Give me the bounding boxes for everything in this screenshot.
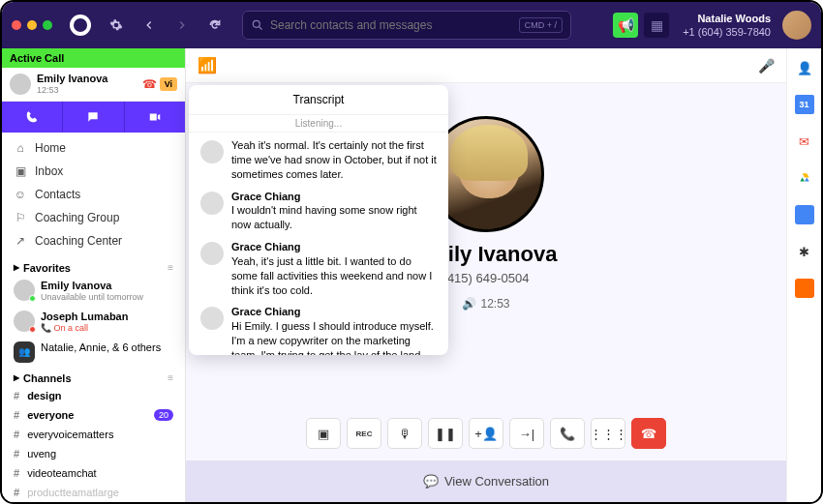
nav-label: Home: [35, 141, 66, 155]
record-button[interactable]: REC: [347, 418, 381, 449]
maximize-window[interactable]: [43, 20, 52, 30]
app-window: CMD + / 📢 ▦ Natalie Woods +1 (604) 359-7…: [0, 0, 823, 504]
main-panel: 📶 🎤 Emily Ivanova (415) 649-0504 🔊12:53 …: [186, 48, 786, 502]
share-screen-button[interactable]: ▣: [306, 418, 341, 449]
speaker-avatar: [200, 242, 224, 265]
hangup-mini-icon[interactable]: ☎: [142, 77, 157, 91]
channel-name: uveng: [27, 448, 56, 460]
contact-phone: (415) 649-0504: [443, 271, 530, 285]
message-text: Hi Emily. I guess I should introduce mys…: [231, 320, 434, 355]
signal-icon[interactable]: 📶: [198, 56, 217, 74]
nav: ⌂Home ▣Inbox ☺Contacts ⚐Coaching Group ↗…: [2, 133, 185, 256]
fav-name: Joseph Lumaban: [41, 311, 128, 323]
hash-icon: #: [14, 409, 19, 421]
speaker-avatar: [200, 192, 224, 215]
channel-name: everyone: [27, 409, 74, 421]
speaker-name: Grace Chiang: [231, 305, 437, 319]
channel-design[interactable]: #design: [2, 386, 185, 405]
favorite-joseph[interactable]: Joseph Lumaban📞 On a call: [2, 307, 185, 338]
favorite-emily[interactable]: Emily IvanovaUnavailable until tomorrow: [2, 276, 185, 307]
search-input[interactable]: [270, 18, 513, 32]
transfer-button[interactable]: →|: [509, 418, 544, 449]
call-actions: [2, 102, 185, 133]
nav-coaching-group[interactable]: ⚐Coaching Group: [2, 206, 185, 229]
back-icon[interactable]: [136, 12, 163, 39]
options-icon[interactable]: ≡: [168, 262, 173, 273]
user-avatar[interactable]: [782, 11, 811, 40]
speaker-name: Grace Chiang: [231, 190, 437, 204]
calendar-icon[interactable]: 31: [795, 95, 814, 114]
search-bar[interactable]: CMD + /: [242, 11, 571, 40]
nav-label: Coaching Group: [35, 211, 119, 224]
status-busy: [29, 326, 36, 333]
dialpad-button[interactable]: ⋮⋮⋮: [591, 418, 625, 449]
view-conversation-button[interactable]: 💬View Conversation: [186, 460, 786, 502]
transcript-message: Grace ChiangHi Emily. I guess I should i…: [200, 305, 437, 355]
user-phone: +1 (604) 359-7840: [683, 25, 771, 39]
mute-button[interactable]: 🎙: [387, 418, 422, 449]
fav-status: On a call: [54, 323, 89, 333]
channel-everyone[interactable]: #everyone20: [2, 405, 185, 425]
hash-icon: #: [14, 448, 19, 460]
transcript-body[interactable]: Yeah it's normal. It's certainly not the…: [189, 133, 448, 355]
settings-icon[interactable]: [103, 12, 130, 39]
section-label: Favorites: [23, 262, 71, 274]
message-text: Yeah, it's just a little bit. I wanted t…: [231, 255, 432, 296]
nav-inbox[interactable]: ▣Inbox: [2, 160, 185, 183]
profile-icon[interactable]: 👤: [795, 58, 814, 77]
caller-name: Emily Ivanova: [37, 73, 137, 85]
close-window[interactable]: [12, 20, 21, 30]
caret-icon: ▶: [14, 263, 19, 272]
inbox-icon: ▣: [14, 164, 27, 178]
group-avatar: 👥: [14, 341, 35, 363]
nav-home[interactable]: ⌂Home: [2, 136, 185, 160]
call-controls: ▣ REC 🎙 ❚❚ +👤 →| 📞 ⋮⋮⋮ ☎: [306, 418, 666, 449]
contacts-icon: ☺: [14, 188, 27, 201]
user-info[interactable]: Natalie Woods +1 (604) 359-7840: [683, 12, 771, 40]
hangup-button[interactable]: ☎: [631, 418, 666, 449]
caller-avatar: [10, 74, 31, 95]
right-sidebar: 👤 31 ✉ ✱: [786, 48, 821, 502]
hold-button[interactable]: ❚❚: [428, 418, 463, 449]
nav-contacts[interactable]: ☺Contacts: [2, 183, 185, 206]
minimize-window[interactable]: [27, 20, 37, 30]
active-call-banner: Active Call: [2, 48, 185, 68]
refresh-icon[interactable]: [201, 12, 229, 39]
channels-header[interactable]: ▶Channels≡: [2, 367, 185, 386]
channel-uveng[interactable]: #uveng: [2, 444, 185, 463]
favorite-group[interactable]: 👥 Natalie, Annie, & 6 others: [2, 338, 185, 367]
vi-badge[interactable]: Vi: [160, 77, 177, 91]
forward-icon[interactable]: [168, 12, 196, 39]
home-icon: ⌂: [14, 141, 27, 155]
user-name: Natalie Woods: [683, 12, 771, 25]
drive-icon[interactable]: [795, 168, 814, 188]
announcement-button[interactable]: 📢: [613, 13, 638, 38]
favorites-header[interactable]: ▶Favorites≡: [2, 256, 185, 276]
apps-button[interactable]: ▦: [644, 13, 669, 38]
channel-videoteamchat[interactable]: #videoteamchat: [2, 463, 185, 483]
group-name: Natalie, Annie, & 6 others: [41, 341, 161, 354]
app-logo: [70, 15, 91, 36]
active-call-row[interactable]: Emily Ivanova 12:53 ☎ Vi: [2, 68, 185, 102]
call-timer: 🔊12:53: [462, 297, 509, 311]
message-button[interactable]: [63, 102, 124, 133]
center-icon: ↗: [14, 234, 27, 248]
mic-icon[interactable]: 🎤: [758, 58, 775, 74]
call-button[interactable]: 📞: [550, 418, 585, 449]
add-person-button[interactable]: +👤: [469, 418, 503, 449]
app-icon-2[interactable]: ✱: [795, 242, 814, 261]
app-icon-3[interactable]: [795, 279, 814, 298]
nav-coaching-center[interactable]: ↗Coaching Center: [2, 229, 185, 252]
transcript-message: Grace ChiangYeah, it's just a little bit…: [200, 240, 437, 297]
gmail-icon[interactable]: ✉: [795, 132, 814, 151]
channel-productteamatlarge[interactable]: #productteamatlarge: [2, 483, 185, 502]
transcript-message: Yeah it's normal. It's certainly not the…: [200, 138, 437, 182]
caret-icon: ▶: [14, 373, 19, 382]
sidebar: Active Call Emily Ivanova 12:53 ☎ Vi ⌂Ho…: [2, 48, 186, 502]
app-icon-1[interactable]: [795, 205, 814, 224]
call-button[interactable]: [2, 102, 63, 133]
video-button[interactable]: [125, 102, 185, 133]
options-icon[interactable]: ≡: [168, 372, 173, 383]
channel-everyvoicematters[interactable]: #everyvoicematters: [2, 425, 185, 444]
nav-label: Contacts: [35, 188, 80, 201]
